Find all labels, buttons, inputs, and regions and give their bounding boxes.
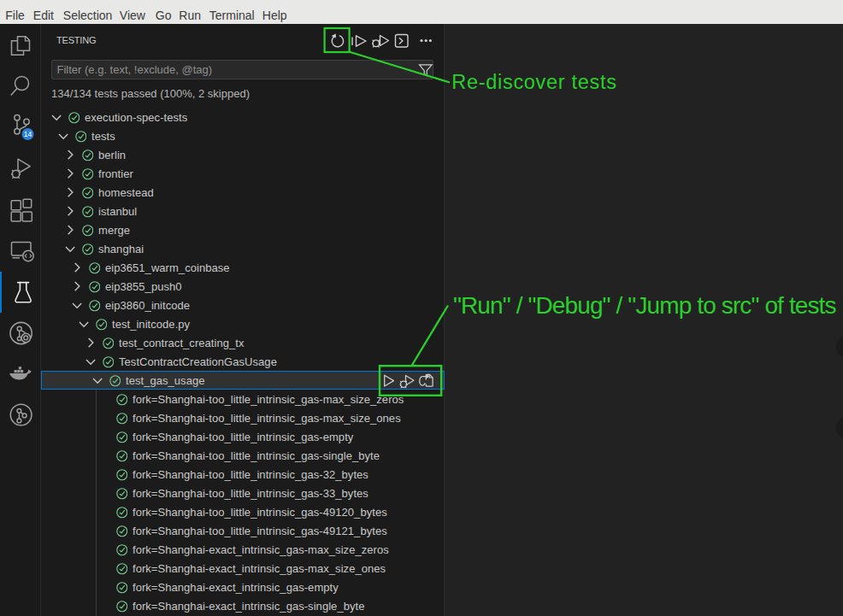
- svg-text:14: 14: [24, 130, 32, 138]
